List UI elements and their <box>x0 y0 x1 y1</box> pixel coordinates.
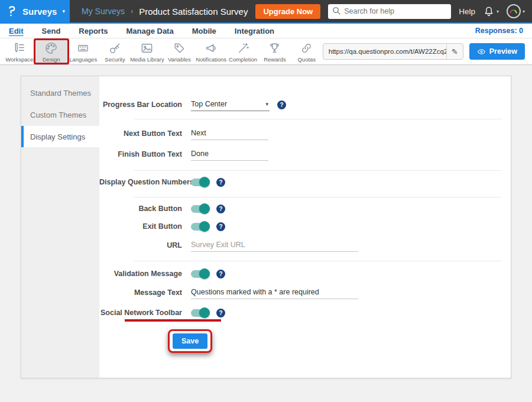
field-label: Display Question Numbers <box>99 178 191 186</box>
field-label: Finish Button Text <box>99 150 191 158</box>
social-network-toolbar-row: Social Network Toolbar <box>99 304 511 321</box>
help-search <box>328 4 451 19</box>
tab-manage-data[interactable]: Manage Data <box>126 27 173 35</box>
toolbar-item-languages[interactable]: Languages <box>67 40 99 63</box>
survey-link-zone: https://qa.questionpro.com/t/AW22Zcq2J ✎… <box>323 40 532 60</box>
field-label: Exit Button <box>99 222 191 231</box>
field-label: URL <box>99 241 191 249</box>
sidebar-item-custom-themes[interactable]: Custom Themes <box>21 104 99 125</box>
message-text-row: Message Text <box>99 284 511 301</box>
tab-reports[interactable]: Reports <box>79 27 108 35</box>
finish-button-text-input[interactable] <box>191 148 268 161</box>
search-icon <box>332 7 341 15</box>
field-label: Progress Bar Location <box>99 100 191 109</box>
keyboard-icon <box>76 41 90 55</box>
responses-count[interactable]: Responses: 0 <box>475 27 532 35</box>
exit-button-toggle[interactable] <box>191 223 209 231</box>
help-icon[interactable] <box>216 178 225 187</box>
help-search-input[interactable] <box>328 4 451 19</box>
tab-edit[interactable]: Edit <box>9 27 24 35</box>
questionpro-logo-icon <box>7 5 17 18</box>
toolbar-item-label: Notifications <box>196 56 226 63</box>
design-sidebar: Standard Themes Custom Themes Display Se… <box>21 76 99 378</box>
display-question-numbers-toggle[interactable] <box>191 179 209 186</box>
edit-toolbar: Workspace Design Languages Security Medi… <box>0 38 532 65</box>
design-settings-card: Standard Themes Custom Themes Display Se… <box>21 76 511 378</box>
social-network-toolbar-toggle[interactable] <box>191 309 209 317</box>
next-button-text-input[interactable] <box>191 128 268 140</box>
toolbar-item-notifications[interactable]: Notifications <box>195 40 227 63</box>
help-icon[interactable] <box>216 309 225 317</box>
toolbar-item-quotas[interactable]: Quotas <box>291 40 323 63</box>
links-icon <box>300 41 313 55</box>
sidebar-item-display-settings[interactable]: Display Settings <box>21 126 99 147</box>
preview-label: Preview <box>489 47 517 56</box>
validation-message-toggle[interactable] <box>191 270 209 278</box>
megaphone-icon <box>205 41 218 55</box>
back-button-row: Back Button <box>99 200 511 217</box>
chevron-down-icon: ▾ <box>265 101 268 107</box>
toolbar-item-label: Design <box>43 56 60 63</box>
toolbar-item-label: Quotas <box>297 56 316 63</box>
trophy-icon <box>268 41 281 55</box>
chevron-down-icon: ▾ <box>62 8 65 14</box>
survey-title: Product Satisfaction Survey <box>139 7 248 17</box>
wand-icon <box>236 41 250 55</box>
validation-message-row: Validation Message <box>99 265 511 282</box>
tab-integration[interactable]: Integration <box>235 27 274 35</box>
divider <box>134 119 502 119</box>
avatar <box>507 4 521 18</box>
toolbar-item-rewards[interactable]: Rewards <box>259 40 291 63</box>
tab-send[interactable]: Send <box>42 27 61 35</box>
palette-icon <box>44 41 58 55</box>
account-menu[interactable]: ▾ <box>507 4 525 18</box>
toolbar-item-media-library[interactable]: Media Library <box>131 40 163 63</box>
progress-bar-location-select[interactable]: Top Center ▾ <box>191 99 270 111</box>
message-text-input[interactable] <box>191 287 358 299</box>
notifications-menu[interactable]: ▾ <box>483 5 499 17</box>
sidebar-item-standard-themes[interactable]: Standard Themes <box>21 82 99 103</box>
help-icon[interactable] <box>277 100 286 109</box>
help-icon[interactable] <box>216 205 225 213</box>
chevron-down-icon: ▾ <box>497 9 499 14</box>
toolbar-item-security[interactable]: Security <box>99 40 131 63</box>
toolbar-item-label: Completion <box>229 56 257 63</box>
next-button-text-row: Next Button Text <box>99 125 511 142</box>
top-header: Surveys ▾ My Surveys › Product Satisfact… <box>0 0 532 22</box>
help-icon[interactable] <box>216 270 225 278</box>
field-label: Validation Message <box>99 270 191 278</box>
divider <box>134 170 502 171</box>
save-button[interactable]: Save <box>173 333 207 349</box>
tab-mobile[interactable]: Mobile <box>192 27 216 35</box>
survey-menu-bar: Edit Send Reports Manage Data Mobile Int… <box>0 22 532 38</box>
product-switcher[interactable]: Surveys ▾ <box>0 0 70 22</box>
breadcrumb: My Surveys › Product Satisfaction Survey <box>82 7 248 17</box>
questionpro-app: Surveys ▾ My Surveys › Product Satisfact… <box>0 0 532 402</box>
survey-url[interactable]: https://qa.questionpro.com/t/AW22Zcq2J <box>323 48 446 55</box>
preview-button[interactable]: Preview <box>469 43 525 60</box>
toolbar-item-completion[interactable]: Completion <box>227 40 259 63</box>
toolbar-item-variables[interactable]: Variables <box>163 40 195 63</box>
help-link[interactable]: Help <box>459 7 475 16</box>
bell-icon <box>483 5 495 17</box>
field-label: Message Text <box>99 288 191 297</box>
selected-value: Top Center <box>191 100 227 108</box>
tag-icon <box>173 41 186 55</box>
breadcrumb-my-surveys[interactable]: My Surveys <box>82 7 125 16</box>
display-settings-form: Progress Bar Location Top Center ▾ Next … <box>99 76 511 378</box>
help-icon[interactable] <box>216 222 225 231</box>
annotation-red-underline <box>125 319 221 322</box>
header-actions: Upgrade Now Help ▾ ▾ <box>255 4 532 19</box>
back-button-toggle[interactable] <box>191 205 209 213</box>
toolbar-item-label: Media Library <box>130 56 164 63</box>
exit-url-input[interactable] <box>191 239 358 252</box>
finish-button-text-row: Finish Button Text <box>99 146 511 163</box>
toolbar-item-label: Workspace <box>5 56 33 63</box>
toolbar-item-workspace[interactable]: Workspace <box>4 40 35 63</box>
edit-url-icon[interactable]: ✎ <box>446 44 463 59</box>
divider <box>134 197 502 197</box>
upgrade-now-button[interactable]: Upgrade Now <box>255 4 320 19</box>
display-question-numbers-row: Display Question Numbers <box>99 174 511 190</box>
toolbar-item-design[interactable]: Design <box>35 40 67 63</box>
survey-url-box: https://qa.questionpro.com/t/AW22Zcq2J ✎ <box>323 43 463 60</box>
